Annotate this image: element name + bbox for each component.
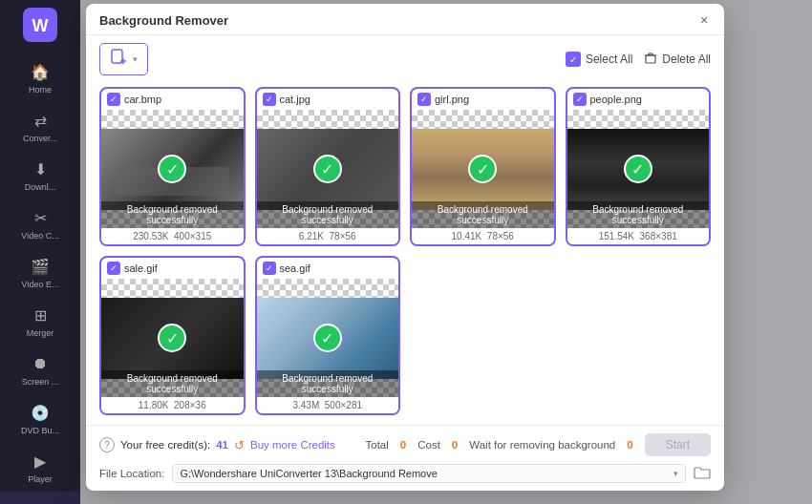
buy-credits-link[interactable]: Buy more Credits bbox=[250, 439, 335, 451]
total-label: Total bbox=[366, 439, 389, 451]
card-header-sale: ✓ sale.gif bbox=[101, 258, 244, 279]
card-checkbox-cat[interactable]: ✓ bbox=[263, 93, 276, 106]
success-badge-girl: ✓ bbox=[468, 155, 497, 183]
status-text-car: Background removed successfully bbox=[101, 201, 244, 228]
card-filename-sea: sea.gif bbox=[280, 262, 310, 274]
app-logo: W bbox=[23, 8, 57, 46]
card-checkbox-sea[interactable]: ✓ bbox=[263, 262, 276, 275]
sidebar-item-dvd-burn[interactable]: 💿 DVD Bu... bbox=[0, 394, 80, 443]
card-image-people: ✓ Background removed successfully bbox=[567, 110, 710, 228]
status-text-cat: Background removed successfully bbox=[257, 201, 399, 228]
card-footer-sea: 3.43M 500×281 bbox=[257, 397, 399, 413]
trash-icon bbox=[644, 52, 657, 68]
card-checkbox-people[interactable]: ✓ bbox=[573, 93, 587, 106]
refresh-icon[interactable]: ↺ bbox=[234, 438, 245, 452]
card-footer-car: 230.53K 400×315 bbox=[101, 228, 244, 244]
wait-label: Wait for removing background bbox=[469, 439, 615, 451]
card-filename-cat: cat.jpg bbox=[280, 94, 310, 105]
image-card-girl: ✓ girl.png ✓ Background removed successf… bbox=[410, 87, 556, 246]
card-checkbox-car[interactable]: ✓ bbox=[107, 93, 120, 106]
card-image-car: ✓ Background removed successfully bbox=[101, 110, 244, 228]
image-card-sea: ✓ sea.gif ✓ Background removed successfu… bbox=[255, 256, 401, 415]
success-badge-car: ✓ bbox=[158, 155, 186, 183]
status-text-girl: Background removed successfully bbox=[412, 201, 554, 228]
card-footer-people: 151.54K 368×381 bbox=[567, 228, 710, 244]
status-text-sale: Background removed successfully bbox=[101, 370, 244, 397]
sidebar-item-video-edit[interactable]: 🎬 Video E... bbox=[0, 248, 80, 297]
credits-left: ? Your free credit(s): 41 ↺ Buy more Cre… bbox=[99, 437, 335, 452]
sidebar-item-video-compress[interactable]: ✂ Video C... bbox=[0, 200, 80, 248]
sidebar-item-player[interactable]: ▶ Player bbox=[0, 443, 80, 492]
toolbar-right: ✓ Select All bbox=[566, 52, 711, 68]
sidebar-item-download[interactable]: ⬇ Downl... bbox=[0, 151, 80, 200]
image-grid: ✓ car.bmp ✓ Background removed successfu… bbox=[86, 83, 724, 425]
card-filename-car: car.bmp bbox=[124, 94, 161, 105]
merger-icon: ⊞ bbox=[30, 304, 51, 326]
card-filename-girl: girl.png bbox=[435, 94, 469, 105]
delete-all-button[interactable]: Delete All bbox=[644, 52, 711, 68]
credits-right: Total 0 Cost 0 Wait for removing backgro… bbox=[366, 433, 712, 456]
start-button[interactable]: Start bbox=[645, 433, 711, 456]
card-checkbox-girl[interactable]: ✓ bbox=[417, 93, 431, 106]
download-icon: ⬇ bbox=[30, 158, 51, 179]
folder-browse-icon[interactable] bbox=[694, 466, 711, 482]
credits-row: ? Your free credit(s): 41 ↺ Buy more Cre… bbox=[99, 433, 711, 456]
home-icon: 🏠 bbox=[30, 61, 51, 82]
credits-count: 41 bbox=[216, 439, 228, 451]
add-files-button[interactable]: ▾ bbox=[99, 43, 148, 75]
card-filename-people: people.png bbox=[590, 94, 642, 105]
main-area: ...d the ing of aits ence und. ldata eta… bbox=[80, 0, 812, 504]
card-image-girl: ✓ Background removed successfully bbox=[412, 110, 554, 228]
file-location-row: File Location: G:\Wondershare UniConvert… bbox=[99, 464, 711, 483]
status-text-people: Background removed successfully bbox=[567, 201, 710, 228]
toolbar-left: ▾ bbox=[99, 43, 148, 75]
card-image-sale: ✓ Background removed successfully bbox=[101, 279, 244, 397]
wait-value: 0 bbox=[627, 439, 632, 451]
path-dropdown-arrow: ▾ bbox=[673, 469, 678, 478]
dialog-close-button[interactable]: × bbox=[695, 11, 713, 29]
status-text-sea: Background removed successfully bbox=[257, 370, 399, 397]
sidebar-item-screen-record[interactable]: ⏺ Screen ... bbox=[0, 346, 80, 394]
card-footer-girl: 10.41K 78×56 bbox=[412, 228, 554, 244]
sidebar-item-toolbox[interactable]: ⊞ Toolbox bbox=[0, 492, 80, 504]
image-card-car: ✓ car.bmp ✓ Background removed successfu… bbox=[99, 87, 246, 246]
dialog-bottom: ? Your free credit(s): 41 ↺ Buy more Cre… bbox=[86, 425, 724, 491]
file-path-input[interactable]: G:\Wondershare UniConverter 13\Backgroun… bbox=[172, 464, 686, 483]
dialog-title: Background Remover bbox=[99, 13, 228, 28]
dialog-titlebar: Background Remover × bbox=[86, 4, 724, 35]
card-image-sea: ✓ Background removed successfully bbox=[257, 279, 399, 397]
video-compress-icon: ✂ bbox=[30, 207, 51, 228]
background-remover-dialog: Background Remover × bbox=[86, 4, 724, 491]
sidebar-item-merger[interactable]: ⊞ Merger bbox=[0, 297, 80, 346]
card-footer-sale: 11.80K 208×36 bbox=[101, 397, 244, 413]
player-icon: ▶ bbox=[30, 451, 51, 472]
card-checkbox-sale[interactable]: ✓ bbox=[107, 262, 120, 275]
total-value: 0 bbox=[400, 439, 406, 451]
success-badge-cat: ✓ bbox=[313, 155, 342, 183]
toolbox-icon: ⊞ bbox=[30, 499, 51, 504]
screen-record-icon: ⏺ bbox=[30, 353, 51, 374]
sidebar-item-home[interactable]: 🏠 Home bbox=[0, 53, 80, 102]
svg-text:W: W bbox=[32, 16, 49, 35]
dvd-burn-icon: 💿 bbox=[30, 402, 51, 423]
dialog-toolbar: ▾ ✓ Select All bbox=[86, 35, 724, 83]
svg-rect-5 bbox=[646, 55, 655, 63]
convert-icon: ⇄ bbox=[30, 110, 51, 131]
credits-label: Your free credit(s): bbox=[120, 439, 210, 451]
sidebar-item-convert[interactable]: ⇄ Conver... bbox=[0, 102, 80, 151]
success-badge-sale: ✓ bbox=[158, 324, 186, 352]
image-card-cat: ✓ cat.jpg ✓ Background removed successfu… bbox=[255, 87, 401, 246]
card-image-cat: ✓ Background removed successfully bbox=[257, 110, 399, 228]
image-card-sale: ✓ sale.gif ✓ Background removed successf… bbox=[99, 256, 246, 415]
help-circle-icon[interactable]: ? bbox=[99, 437, 115, 452]
card-header-girl: ✓ girl.png bbox=[412, 89, 554, 110]
cost-value: 0 bbox=[452, 439, 458, 451]
success-badge-people: ✓ bbox=[624, 155, 652, 183]
image-card-people: ✓ people.png ✓ Background removed succes… bbox=[566, 87, 712, 246]
success-badge-sea: ✓ bbox=[313, 324, 342, 352]
add-dropdown-arrow: ▾ bbox=[133, 54, 138, 64]
card-filename-sale: sale.gif bbox=[124, 262, 158, 274]
card-header-cat: ✓ cat.jpg bbox=[257, 89, 399, 110]
select-all-button[interactable]: ✓ Select All bbox=[566, 52, 632, 67]
video-edit-icon: 🎬 bbox=[30, 256, 51, 277]
